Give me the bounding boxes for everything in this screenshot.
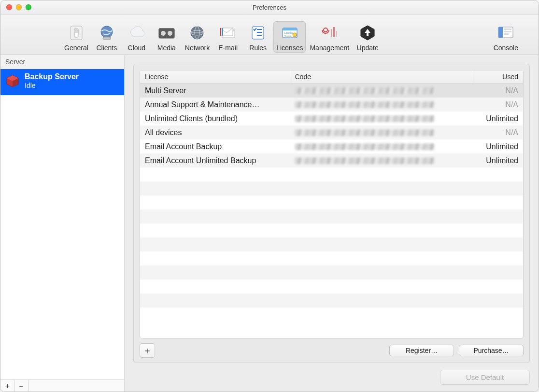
table-row[interactable]: Email Account BackupUnlimited <box>140 140 523 154</box>
window-title: Preferences <box>0 4 539 11</box>
table-row[interactable]: Unlimited Clients (bundled)Unlimited <box>140 112 523 126</box>
svg-rect-14 <box>220 28 221 36</box>
tab-rules-label: Rules <box>249 44 267 52</box>
tab-network[interactable]: Network <box>182 21 213 53</box>
svg-rect-29 <box>336 31 337 37</box>
used-cell: Unlimited <box>475 154 523 168</box>
table-row[interactable]: All devicesN/A <box>140 126 523 140</box>
used-cell <box>475 182 523 196</box>
licenses-table-wrap: License Code Used <box>140 70 524 338</box>
sidebar-footer: ＋ − <box>0 379 124 392</box>
tab-update[interactable]: Update <box>353 21 382 53</box>
tab-management[interactable]: Management <box>307 21 352 53</box>
server-cube-icon <box>5 74 20 88</box>
use-default-button[interactable]: Use Default <box>440 370 530 385</box>
license-cell <box>140 224 290 238</box>
table-row <box>140 196 523 210</box>
used-cell: Unlimited <box>475 112 523 126</box>
tab-clients-label: Clients <box>96 44 117 52</box>
licenses-table: License Code Used <box>140 70 523 84</box>
globe-icon <box>97 23 116 42</box>
tab-console-label: Console <box>494 44 518 52</box>
table-row <box>140 252 523 266</box>
register-button[interactable]: Register… <box>389 345 454 356</box>
col-used[interactable]: Used <box>475 70 523 84</box>
redacted-code <box>295 101 435 108</box>
code-cell <box>290 112 475 126</box>
tab-email[interactable]: E-mail <box>213 21 242 53</box>
code-cell <box>290 98 475 112</box>
add-server-button[interactable]: ＋ <box>0 380 14 392</box>
dashboard-icon <box>320 23 339 42</box>
license-cell: Email Account Backup <box>140 140 290 154</box>
tab-console[interactable]: Console <box>491 21 521 53</box>
license-cell: All devices <box>140 126 290 140</box>
server-text: Backup Server Idle <box>25 72 79 90</box>
titlebar: Preferences <box>0 0 539 14</box>
svg-point-6 <box>161 31 166 36</box>
tab-general[interactable]: General <box>61 21 91 53</box>
used-cell <box>475 266 523 280</box>
tab-rules[interactable]: Rules <box>243 21 272 53</box>
license-cell <box>140 266 290 280</box>
svg-rect-28 <box>333 27 335 37</box>
tab-general-label: General <box>64 44 88 52</box>
used-cell: N/A <box>475 84 523 98</box>
remove-server-button[interactable]: − <box>14 380 28 392</box>
used-cell <box>475 168 523 182</box>
license-cell: Email Account Unlimited Backup <box>140 154 290 168</box>
table-row[interactable]: Email Account Unlimited BackupUnlimited <box>140 154 523 168</box>
svg-rect-15 <box>222 28 223 36</box>
svg-rect-33 <box>498 27 503 38</box>
license-cell <box>140 294 290 308</box>
code-cell <box>290 168 475 182</box>
license-cell <box>140 168 290 182</box>
table-row <box>140 238 523 252</box>
licenses-panel: License Code Used <box>133 64 530 363</box>
code-cell <box>290 126 475 140</box>
table-row <box>140 210 523 224</box>
table-row <box>140 168 523 182</box>
preferences-window: Preferences General <box>0 0 539 392</box>
rules-icon <box>248 23 268 42</box>
table-row[interactable]: Annual Support & Maintenance…N/A <box>140 98 523 112</box>
server-row[interactable]: Backup Server Idle <box>0 69 124 95</box>
code-cell <box>290 154 475 168</box>
update-icon <box>358 23 377 42</box>
used-cell <box>475 210 523 224</box>
licenses-table-scroll[interactable]: Multi ServerN/AAnnual Support & Maintena… <box>140 84 523 338</box>
tab-media[interactable]: Media <box>152 21 181 53</box>
network-icon <box>187 23 207 42</box>
used-cell: N/A <box>475 98 523 112</box>
tab-network-label: Network <box>185 44 210 52</box>
code-cell <box>290 182 475 196</box>
used-cell <box>475 224 523 238</box>
table-header: License Code Used <box>140 70 523 84</box>
redacted-code <box>295 129 435 136</box>
licenses-pane: License Code Used <box>125 55 539 392</box>
tab-clients[interactable]: Clients <box>92 21 121 53</box>
tab-cloud[interactable]: Cloud <box>122 21 151 53</box>
redacted-code <box>295 87 435 94</box>
svg-rect-21 <box>283 28 297 30</box>
table-row[interactable]: Multi ServerN/A <box>140 84 523 98</box>
add-license-button[interactable]: ＋ <box>140 343 155 358</box>
used-cell: N/A <box>475 126 523 140</box>
svg-rect-34 <box>504 28 511 30</box>
code-cell <box>290 140 475 154</box>
table-row <box>140 280 523 294</box>
redacted-code <box>295 115 435 122</box>
tab-management-label: Management <box>310 44 349 52</box>
tab-licenses[interactable]: License Verified Licenses <box>273 21 306 53</box>
col-license[interactable]: License <box>140 70 290 84</box>
svg-point-7 <box>168 31 172 36</box>
server-name: Backup Server <box>25 72 79 82</box>
tape-icon <box>157 23 176 42</box>
license-cell: Multi Server <box>140 84 290 98</box>
tab-cloud-label: Cloud <box>128 44 146 52</box>
svg-rect-2 <box>75 29 78 33</box>
purchase-button[interactable]: Purchase… <box>459 345 524 356</box>
server-sidebar: Server Backup Server Idle <box>0 55 125 392</box>
code-cell <box>290 294 475 308</box>
col-code[interactable]: Code <box>290 70 475 84</box>
